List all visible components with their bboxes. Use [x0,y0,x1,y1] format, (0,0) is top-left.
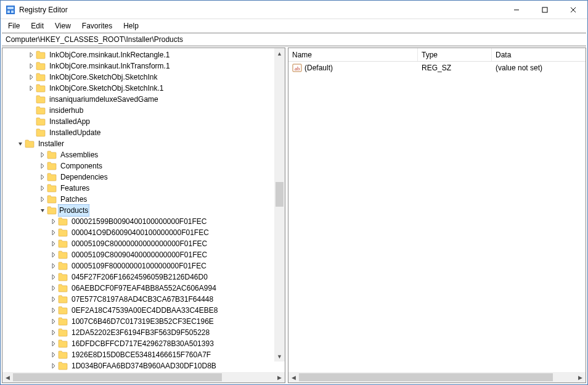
tree-item-label: Dependencies [59,172,109,183]
tree-item[interactable]: insaniquariumdeluxeSavedGame [2,94,285,105]
tree-item[interactable]: 07E577C8197A8AD4CB3CA67B31F64448 [2,294,285,305]
chevron-right-icon[interactable] [49,339,58,348]
close-button[interactable] [559,1,587,19]
scroll-left-icon[interactable]: ◀ [2,372,13,383]
tree-item[interactable]: 1926E8D15D0BCE53481466615F760A7F [2,349,285,360]
tree-item-label: 045F27F206F16624596059B2126D46D0 [70,271,209,283]
scroll-right-icon[interactable]: ▶ [274,372,285,383]
chevron-right-icon[interactable] [49,295,58,304]
chevron-right-icon[interactable] [49,350,58,359]
tree-item[interactable]: InstalledUpdate [2,127,285,138]
tree-body[interactable]: InkObjCore.msinkaut.InkRectangle.1InkObj… [2,48,285,372]
menu-edit[interactable]: Edit [26,20,49,31]
chevron-right-icon[interactable] [27,51,36,59]
tree-item-label: 07E577C8197A8AD4CB3CA67B31F64448 [70,294,214,305]
chevron-right-icon[interactable] [38,151,47,159]
tree-item[interactable]: 045F27F206F16624596059B2126D46D0 [2,271,285,283]
chevron-right-icon[interactable] [38,184,47,192]
tree-item[interactable]: Features [2,183,285,194]
tree-item[interactable]: Components [2,160,285,172]
tree-item[interactable]: 16DFDCBFFCD717E4296278B30A501393 [2,338,285,349]
column-header-data[interactable]: Data [492,48,586,61]
chevron-right-icon[interactable] [49,228,58,237]
tree-item[interactable]: 06AEBDCF0F97EAF4BB8A552AC606A994 [2,283,285,294]
app-icon [6,5,15,15]
column-header-type[interactable]: Type [418,48,492,61]
menu-favorites[interactable]: Favorites [77,20,117,31]
key-tree: InkObjCore.msinkaut.InkRectangle.1InkObj… [2,48,285,372]
tree-item[interactable]: insiderhub [2,105,285,116]
tree-item[interactable]: Patches [2,194,285,205]
chevron-right-icon[interactable] [27,84,36,93]
chevron-right-icon[interactable] [38,162,47,170]
scroll-left-icon[interactable]: ◀ [288,372,299,383]
tree-item[interactable]: InkObjCore.SketchObj.SketchInk [2,72,285,83]
tree-item[interactable]: 0EF2A18C47539A00EC4DDBAA33C4EBE8 [2,305,285,316]
tree-item[interactable]: 00005109F80000000100000000F01FEC [2,260,285,271]
chevron-right-icon[interactable] [27,73,36,81]
chevron-right-icon[interactable] [49,306,58,315]
tree-item[interactable]: InkObjCore.msinkaut.InkTransform.1 [2,60,285,72]
tree-item[interactable]: 00005109C80000000000000000F01FEC [2,238,285,249]
tree-item[interactable]: 000041O9D60090400100000000F01FEC [2,227,285,238]
tree-item[interactable]: 000021599B0090400100000000F01FEC [2,216,285,227]
scroll-thumb[interactable] [276,182,284,207]
tree-item[interactable]: InkObjCore.msinkaut.InkRectangle.1 [2,49,285,60]
scroll-thumb[interactable] [299,373,553,381]
scroll-track[interactable] [299,372,575,383]
tree-item[interactable]: Assemblies [2,149,285,160]
tree-item[interactable]: 12DA52202E3F6194FB3F563D9F505228 [2,327,285,338]
menu-help[interactable]: Help [118,20,144,31]
folder-icon [58,350,68,359]
chevron-right-icon[interactable] [49,284,58,292]
scroll-thumb[interactable] [13,373,222,381]
value-row[interactable]: ab(Default)REG_SZ(value not set) [288,62,586,74]
folder-icon [58,262,68,270]
column-header-name[interactable]: Name [288,48,418,61]
folder-icon [36,73,46,81]
registry-editor-window: Registry Editor File Edit View Favorites… [0,0,588,385]
scroll-right-icon[interactable]: ▶ [575,372,586,383]
menu-file[interactable]: File [3,20,25,31]
tree-item[interactable]: InkObjCore.SketchObj.SketchInk.1 [2,83,285,94]
tree-item[interactable]: 00005109C80090400000000000F01FEC [2,249,285,260]
chevron-right-icon[interactable] [49,273,58,281]
tree-item[interactable]: Dependencies [2,172,285,183]
folder-icon [58,250,68,259]
tree-item-label: InstalledUpdate [48,127,102,138]
address-input[interactable] [4,35,584,44]
scroll-track[interactable] [274,59,285,351]
folder-icon [36,62,46,70]
horizontal-scrollbar-left[interactable]: ◀ ▶ [2,372,285,383]
tree-item[interactable]: Installer [2,138,285,149]
tree-item[interactable]: 1D034B0FAA6BD374B960AAD30DF10D8B [2,360,285,371]
folder-icon [58,273,68,281]
menu-view[interactable]: View [50,20,76,31]
minimize-button[interactable] [502,1,531,19]
folder-icon [58,317,68,326]
vertical-scrollbar[interactable]: ▲ ▼ [274,48,285,362]
chevron-right-icon[interactable] [49,250,58,259]
chevron-down-icon[interactable] [38,206,47,215]
chevron-right-icon[interactable] [27,62,36,70]
folder-icon [36,128,46,137]
tree-item[interactable]: 1007C6B46D7C017319E3B52CF3EC196E [2,316,285,327]
horizontal-scrollbar-right[interactable]: ◀ ▶ [288,372,586,383]
chevron-right-icon[interactable] [49,328,58,337]
chevron-right-icon[interactable] [49,317,58,326]
chevron-right-icon[interactable] [38,195,47,204]
chevron-down-icon[interactable] [16,139,25,148]
scroll-up-icon[interactable]: ▲ [274,48,285,59]
tree-item-label: InkObjCore.msinkaut.InkTransform.1 [48,60,171,72]
chevron-right-icon[interactable] [38,173,47,181]
scroll-down-icon[interactable]: ▼ [274,351,285,362]
chevron-right-icon[interactable] [49,239,58,248]
values-body[interactable]: ab(Default)REG_SZ(value not set) [288,62,586,372]
tree-item[interactable]: Products [2,205,285,216]
chevron-right-icon[interactable] [49,217,58,226]
scroll-track[interactable] [13,372,274,383]
chevron-right-icon[interactable] [49,362,58,370]
tree-item[interactable]: InstalledApp [2,116,285,127]
chevron-right-icon[interactable] [49,262,58,270]
maximize-button[interactable] [531,1,559,19]
